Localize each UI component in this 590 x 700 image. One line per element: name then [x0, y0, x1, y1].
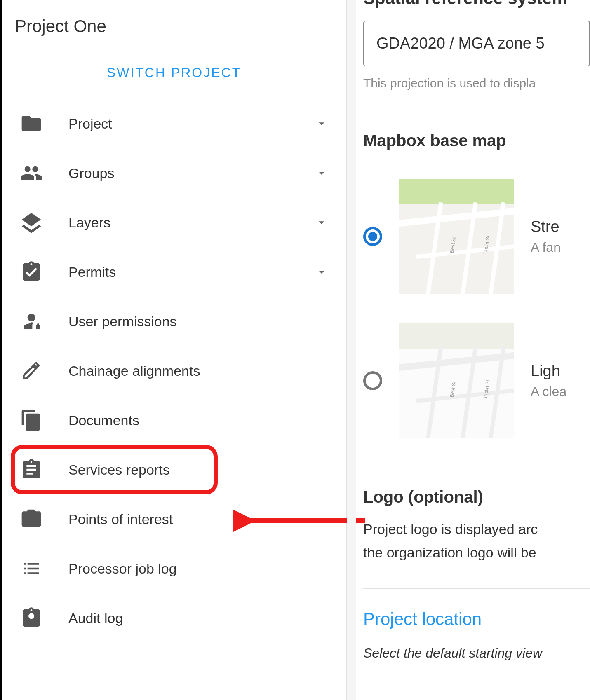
project-location-heading[interactable]: Project location — [363, 609, 590, 629]
sidebar-item-label: Project — [68, 116, 314, 132]
sidebar-item-label: Groups — [68, 165, 314, 181]
chevron-down-icon — [314, 116, 329, 131]
section-divider — [363, 588, 590, 589]
srs-hint: This projection is used to displa — [363, 76, 590, 90]
sidebar-item-label: Audit log — [68, 610, 329, 626]
people-icon — [19, 161, 44, 185]
permit-clipboard-icon — [19, 260, 44, 284]
project-title: Project One — [15, 16, 333, 36]
sidebar-item-label: Layers — [68, 215, 314, 231]
radio-selected-icon[interactable] — [363, 227, 382, 246]
clipboard-icon — [19, 457, 44, 482]
srs-select[interactable]: GDA2020 / MGA zone 5 — [363, 21, 590, 66]
sidebar-item-services-reports[interactable]: Services reports — [19, 457, 209, 482]
folder-icon — [19, 111, 44, 136]
project-location-description: Select the default starting view — [363, 646, 590, 661]
logo-heading: Logo (optional) — [363, 488, 590, 506]
sidebar-item-label: Chainage alignments — [68, 363, 329, 379]
sidebar-item-chainage-alignments[interactable]: Chainage alignments — [15, 346, 333, 396]
mapbox-heading: Mapbox base map — [363, 131, 590, 150]
sidebar-item-label: Points of interest — [68, 511, 329, 527]
map-option-subtitle: A clea — [531, 384, 566, 399]
layers-icon — [19, 210, 44, 235]
radio-unselected-icon[interactable] — [363, 371, 382, 390]
chevron-down-icon — [314, 215, 329, 230]
chevron-down-icon — [314, 265, 329, 279]
sidebar-item-permits[interactable]: Permits — [15, 247, 333, 297]
map-option-title: Ligh — [531, 362, 566, 380]
map-option-title: Stre — [531, 218, 561, 236]
chevron-down-icon — [314, 166, 329, 180]
srs-heading: Spatial reference system — [363, 0, 590, 8]
sidebar-item-label: Services reports — [68, 462, 209, 478]
sidebar-item-label: Permits — [68, 264, 314, 280]
audit-clipboard-icon — [19, 606, 44, 630]
highlighted-services-reports: Services reports — [11, 445, 218, 494]
sidebar-item-label: Processor job log — [68, 561, 329, 577]
switch-project-button[interactable]: SWITCH PROJECT — [15, 65, 333, 80]
documents-icon — [19, 408, 44, 433]
user-lock-icon — [19, 309, 44, 334]
sidebar-item-points-of-interest[interactable]: Points of interest — [15, 494, 333, 544]
sidebar-item-project[interactable]: Project — [15, 99, 333, 148]
map-option-streets[interactable]: Best St Taplin St Stre A fan — [363, 179, 590, 294]
sidebar-item-label: User permissions — [68, 314, 329, 330]
logo-description-line2: the organization logo will be — [363, 542, 590, 563]
sidebar-item-user-permissions[interactable]: User permissions — [15, 297, 333, 346]
logo-description-line1: Project logo is displayed arc — [363, 519, 590, 540]
map-option-subtitle: A fan — [531, 240, 561, 255]
camera-icon — [19, 507, 44, 531]
sidebar-item-label: Documents — [68, 412, 329, 428]
main-content: Spatial reference system GDA2020 / MGA z… — [347, 0, 590, 700]
ruler-icon — [19, 358, 44, 383]
sidebar-item-groups[interactable]: Groups — [15, 148, 333, 198]
sidebar-item-audit-log[interactable]: Audit log — [15, 593, 333, 643]
list-icon — [19, 556, 44, 581]
sidebar-item-documents[interactable]: Documents — [15, 396, 333, 445]
sidebar-item-layers[interactable]: Layers — [15, 198, 333, 247]
map-option-light[interactable]: Best St Taplin St Ligh A clea — [363, 323, 590, 438]
map-thumbnail-light: Best St Taplin St — [399, 323, 514, 438]
map-thumbnail-streets: Best St Taplin St — [399, 179, 514, 294]
sidebar: Project One SWITCH PROJECT Project Group… — [2, 0, 347, 700]
sidebar-item-processor-job-log[interactable]: Processor job log — [15, 544, 333, 593]
